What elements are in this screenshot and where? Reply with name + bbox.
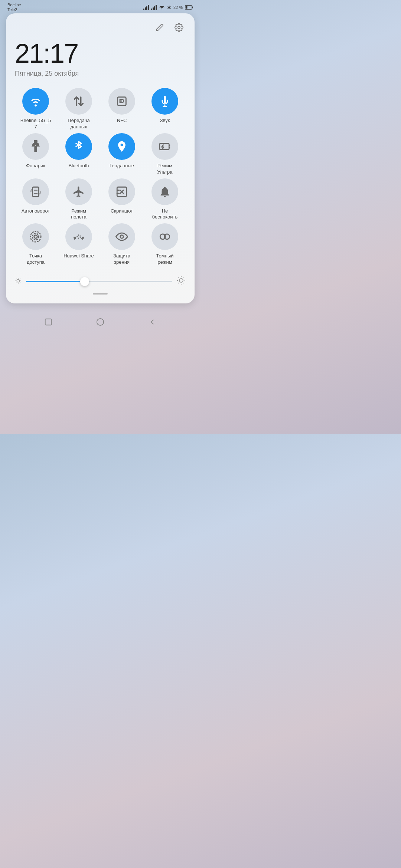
carrier-info: Beeline Tele2 <box>7 3 21 12</box>
signal1-icon <box>143 5 149 10</box>
panel-top-actions <box>15 21 186 34</box>
qs-ultramode[interactable]: РежимУльтра <box>144 133 186 175</box>
qs-bluetooth[interactable]: Bluetooth <box>58 133 100 175</box>
qs-location-label: Геоданные <box>110 163 134 169</box>
svg-point-3 <box>178 26 180 29</box>
signal2-icon <box>151 5 157 10</box>
qs-eyeprotect-circle <box>108 223 135 250</box>
brightness-row <box>15 273 186 289</box>
settings-button[interactable] <box>172 21 186 34</box>
clock-display: 21:17 <box>15 40 186 67</box>
qs-huaweishare-label: Huawei Share <box>63 253 94 259</box>
qs-sound[interactable]: Звук <box>144 88 186 130</box>
qs-data-circle <box>65 88 92 115</box>
qs-airplane-circle <box>65 178 92 205</box>
svg-point-25 <box>120 235 124 239</box>
svg-point-4 <box>35 105 37 107</box>
swipe-handle-bar <box>93 293 108 295</box>
svg-line-36 <box>20 279 20 279</box>
svg-point-22 <box>33 234 39 240</box>
qs-location-circle <box>108 133 135 160</box>
qs-sound-circle <box>151 88 178 115</box>
brightness-fill <box>26 281 85 282</box>
svg-rect-10 <box>34 147 37 152</box>
carrier2-label: Tele2 <box>7 7 21 12</box>
qs-autorotate[interactable]: Автоповорот <box>15 178 56 221</box>
brightness-high-icon <box>177 276 186 287</box>
brightness-thumb[interactable] <box>80 277 89 286</box>
brightness-low-icon <box>15 277 22 286</box>
status-bar: Beeline Tele2 ✱ 22 % <box>0 0 200 13</box>
svg-rect-9 <box>34 140 38 143</box>
back-button[interactable] <box>147 317 157 327</box>
date-display: Пятница, 25 октября <box>15 70 186 78</box>
qs-ultramode-label: РежимУльтра <box>157 163 172 175</box>
carrier1-label: Beeline <box>7 3 21 7</box>
qs-data-label: Передачаданных <box>68 118 89 130</box>
svg-rect-1 <box>192 7 193 9</box>
svg-rect-46 <box>45 319 52 325</box>
status-indicators: ✱ 22 % <box>143 4 193 11</box>
qs-autorotate-circle <box>22 178 49 205</box>
qs-screenshot-circle <box>108 178 135 205</box>
svg-line-40 <box>178 277 179 278</box>
svg-line-44 <box>178 283 179 283</box>
qs-flashlight-label: Фонарик <box>26 163 45 169</box>
svg-line-41 <box>183 283 184 283</box>
qs-nfc-circle <box>108 88 135 115</box>
qs-bluetooth-circle <box>65 133 92 160</box>
qs-dnd[interactable]: Небеспокоить <box>144 178 186 221</box>
svg-line-32 <box>20 282 20 283</box>
qs-airplane[interactable]: Режимполета <box>58 178 100 221</box>
qs-data[interactable]: Передачаданных <box>58 88 100 130</box>
qs-hotspot[interactable]: Точкадоступа <box>15 223 56 266</box>
edit-button[interactable] <box>153 21 166 34</box>
svg-point-47 <box>97 319 104 325</box>
svg-point-21 <box>34 235 38 239</box>
qs-dnd-label: Небеспокоить <box>152 208 177 221</box>
qs-ultramode-circle <box>151 133 178 160</box>
qs-screenshot-label: Скриншот <box>111 208 133 214</box>
qs-hotspot-circle <box>22 223 49 250</box>
qs-autorotate-label: Автоповорот <box>22 208 50 214</box>
svg-point-28 <box>17 279 20 282</box>
svg-rect-2 <box>186 6 188 9</box>
qs-darkmode-label: Темныйрежим <box>156 253 173 266</box>
brightness-track[interactable] <box>26 281 172 282</box>
qs-nfc-label: NFC <box>117 118 127 124</box>
nav-bar <box>0 311 200 333</box>
swipe-handle[interactable] <box>15 289 186 295</box>
svg-line-45 <box>183 277 184 278</box>
qs-huaweishare-circle <box>65 223 92 250</box>
qs-wifi-circle <box>22 88 49 115</box>
qs-sound-label: Звук <box>160 118 170 124</box>
svg-line-35 <box>16 282 16 283</box>
qs-wifi-label: Beeline_5G_57 <box>20 118 51 130</box>
qs-nfc[interactable]: NFC <box>101 88 143 130</box>
qs-darkmode[interactable]: Темныйрежим <box>144 223 186 266</box>
svg-line-31 <box>16 279 16 279</box>
recent-apps-button[interactable] <box>43 317 53 327</box>
qs-eyeprotect[interactable]: Защитазрения <box>101 223 143 266</box>
svg-rect-15 <box>33 187 39 197</box>
qs-flashlight[interactable]: Фонарик <box>15 133 56 175</box>
qs-hotspot-label: Точкадоступа <box>27 253 45 266</box>
quick-settings-grid: Beeline_5G_57 Передачаданных <box>15 88 186 266</box>
svg-point-37 <box>179 279 183 282</box>
battery-icon <box>185 5 193 10</box>
svg-point-24 <box>77 235 81 239</box>
qs-screenshot[interactable]: Скриншот <box>101 178 143 221</box>
qs-flashlight-circle <box>22 133 49 160</box>
home-button[interactable] <box>95 317 105 327</box>
bluetooth-status-icon: ✱ <box>167 5 171 10</box>
qs-huaweishare[interactable]: Huawei Share <box>58 223 100 266</box>
quick-settings-panel: 21:17 Пятница, 25 октября Beeline_5G_57 <box>6 13 195 303</box>
qs-wifi[interactable]: Beeline_5G_57 <box>15 88 56 130</box>
qs-location[interactable]: Геоданные <box>101 133 143 175</box>
qs-airplane-label: Режимполета <box>71 208 86 221</box>
qs-darkmode-circle <box>151 223 178 250</box>
wifi-status-icon <box>159 4 165 11</box>
svg-rect-12 <box>160 143 169 149</box>
qs-bluetooth-label: Bluetooth <box>69 163 89 169</box>
qs-eyeprotect-label: Защитазрения <box>113 253 130 266</box>
